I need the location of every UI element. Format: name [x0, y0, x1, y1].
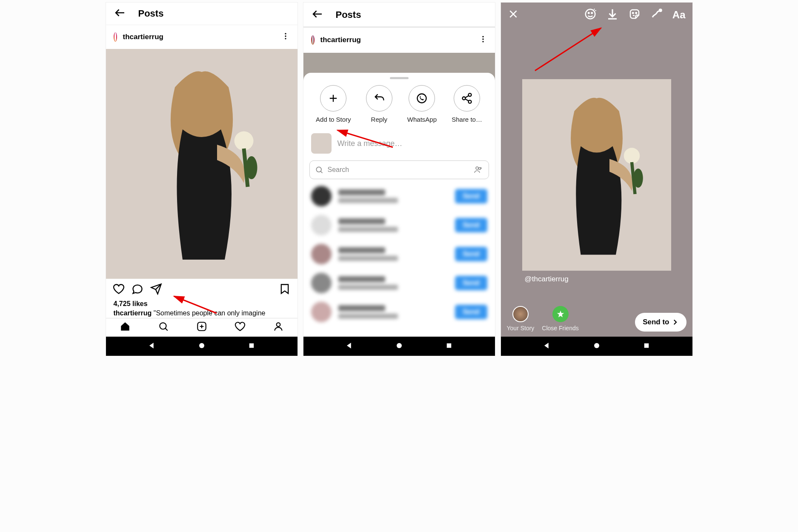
search-icon [315, 166, 323, 174]
caption-username[interactable]: thcartierrug [114, 309, 152, 317]
add-group-icon[interactable] [473, 165, 483, 175]
nav-recents-icon[interactable] [248, 342, 255, 351]
send-button[interactable]: Send [455, 305, 487, 319]
caption-text: "Sometimes people can only imagine [154, 309, 266, 317]
story-image[interactable] [522, 79, 671, 271]
contact-row[interactable]: Send [303, 269, 495, 297]
svg-point-27 [588, 12, 589, 14]
svg-point-14 [482, 38, 483, 40]
post-header: thcartierrug [106, 25, 297, 49]
page-title: Posts [336, 9, 361, 20]
share-sheet: Add to Story Reply WhatsApp Share to… Wr… [303, 73, 495, 337]
like-icon[interactable] [113, 283, 125, 297]
svg-point-6 [246, 156, 257, 179]
story-toolbar: Aa [508, 8, 686, 22]
close-friends-button[interactable]: Close Friends [542, 306, 578, 332]
contacts-list: Send Send Send Send Send [303, 179, 495, 337]
add-to-story-button[interactable]: Add to Story [316, 85, 351, 123]
svg-point-10 [199, 343, 204, 348]
contact-row[interactable]: Send [303, 211, 495, 240]
sheet-handle[interactable] [390, 77, 409, 79]
post-actions [106, 279, 297, 299]
draw-icon[interactable] [650, 8, 663, 22]
whatsapp-button[interactable]: WhatsApp [407, 85, 437, 123]
svg-point-31 [659, 9, 661, 11]
close-friends-label: Close Friends [542, 325, 578, 332]
bookmark-icon[interactable] [279, 283, 291, 297]
app-header: Posts [106, 3, 297, 25]
share-to-button[interactable]: Share to… [452, 85, 482, 123]
back-icon[interactable] [311, 8, 324, 22]
svg-point-15 [482, 41, 483, 42]
nav-back-icon[interactable] [543, 342, 551, 351]
add-post-icon[interactable] [196, 321, 207, 334]
nav-home-icon[interactable] [198, 342, 206, 351]
whatsapp-label: WhatsApp [407, 116, 437, 123]
close-icon[interactable] [508, 9, 519, 21]
send-to-button[interactable]: Send to [635, 313, 686, 332]
post-caption: thcartierrug "Sometimes people can only … [106, 309, 297, 318]
android-navbar [303, 337, 495, 356]
share-icon[interactable] [150, 283, 162, 297]
your-story-button[interactable]: Your Story [507, 306, 535, 332]
android-navbar [106, 337, 297, 356]
nav-back-icon[interactable] [346, 342, 353, 351]
bottom-nav [106, 318, 297, 337]
story-bottom-bar: Your Story Close Friends Send to [501, 306, 692, 332]
send-button[interactable]: Send [455, 276, 487, 290]
svg-point-19 [469, 100, 472, 103]
contact-row[interactable]: Send [303, 240, 495, 269]
share-actions-row: Add to Story Reply WhatsApp Share to… [303, 82, 495, 129]
search-icon[interactable] [158, 321, 169, 334]
home-icon[interactable] [120, 321, 131, 334]
text-tool[interactable]: Aa [672, 9, 686, 21]
android-navbar [501, 337, 692, 356]
svg-point-0 [285, 33, 286, 34]
contact-row[interactable]: Send [303, 297, 495, 326]
story-canvas[interactable]: Aa @thcartierrug Your Story Close F [501, 3, 692, 337]
svg-rect-37 [644, 343, 649, 348]
svg-point-20 [316, 167, 321, 172]
avatar [311, 35, 315, 45]
search-input[interactable]: Search [309, 160, 489, 179]
profile-icon[interactable] [273, 321, 284, 334]
send-button[interactable]: Send [455, 247, 487, 261]
page-title: Posts [138, 8, 164, 19]
send-button[interactable]: Send [455, 189, 487, 203]
svg-point-26 [586, 9, 595, 19]
reply-label: Reply [371, 116, 387, 123]
chevron-right-icon [671, 318, 679, 326]
contact-row[interactable]: Send [303, 182, 495, 211]
avatar[interactable] [114, 32, 117, 42]
message-thumbnail [311, 133, 332, 154]
share-to-label: Share to… [452, 116, 482, 123]
story-mention-tag[interactable]: @thcartierrug [525, 275, 569, 283]
nav-recents-icon[interactable] [643, 342, 650, 351]
your-story-label: Your Story [507, 325, 535, 332]
svg-point-2 [285, 38, 286, 39]
post-image[interactable] [106, 49, 297, 279]
svg-point-21 [476, 167, 478, 169]
send-button[interactable]: Send [455, 218, 487, 232]
comment-icon[interactable] [132, 283, 143, 297]
activity-icon[interactable] [235, 321, 246, 334]
svg-point-28 [591, 12, 592, 14]
reply-button[interactable]: Reply [366, 85, 392, 123]
svg-point-17 [469, 93, 472, 96]
sticker-icon[interactable] [628, 8, 641, 22]
more-icon[interactable] [281, 32, 290, 42]
back-icon[interactable] [114, 6, 126, 21]
nav-back-icon[interactable] [148, 342, 156, 351]
username[interactable]: thcartierrug [123, 33, 275, 41]
nav-home-icon[interactable] [395, 342, 403, 351]
effects-icon[interactable] [584, 8, 597, 22]
svg-point-9 [276, 323, 280, 327]
screen-share-sheet: Posts thcartierrug Add to Story Reply Wh… [303, 3, 495, 356]
svg-point-18 [463, 97, 466, 100]
nav-home-icon[interactable] [593, 342, 601, 351]
message-input[interactable]: Write a message… [338, 139, 403, 148]
nav-recents-icon[interactable] [445, 342, 453, 351]
svg-point-23 [397, 343, 402, 348]
download-icon[interactable] [606, 8, 619, 22]
likes-count[interactable]: 4,725 likes [106, 299, 297, 309]
